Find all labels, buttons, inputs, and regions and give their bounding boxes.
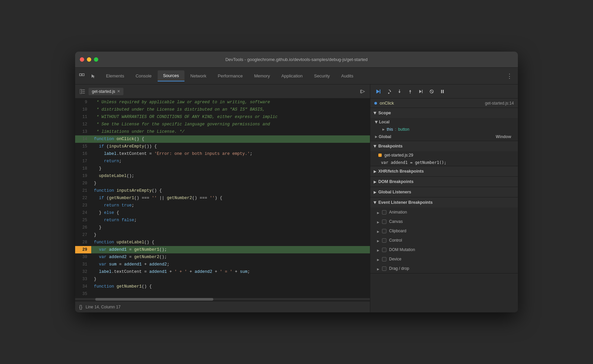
code-editor[interactable]: 9 * Unless required by applicable law or… (75, 99, 370, 301)
step-button[interactable] (417, 88, 425, 95)
line-content-33: } (91, 276, 370, 283)
event-control[interactable]: Control (370, 236, 518, 245)
line-content-15: if (inputsAreEmpty()) { (91, 143, 370, 150)
breakpoint-item[interactable]: get-started.js:29 (370, 151, 518, 159)
line-num-28: 28 (75, 239, 91, 246)
line-content-24: } else { (91, 209, 370, 217)
dom-breakpoints-header[interactable]: ▶ DOM Breakpoints (370, 177, 518, 187)
window-controls (80, 57, 98, 62)
pause-on-exception-button[interactable] (439, 88, 446, 95)
breakpoint-code: var addend1 = getNumber1(); (370, 159, 518, 166)
status-text: Line 14, Column 17 (86, 305, 120, 309)
call-stack-entry[interactable]: onClick get-started.js:14 (370, 99, 518, 108)
format-icon[interactable] (359, 87, 367, 96)
window-title: DevTools - googlechrome.github.io/devtoo… (225, 57, 368, 62)
xhr-breakpoints-section: ▶ XHR/fetch Breakpoints (370, 166, 518, 177)
file-tab-name: get-started.js (92, 89, 115, 94)
file-tab-close-icon[interactable]: ✕ (117, 89, 120, 94)
animation-expand-icon[interactable] (377, 209, 379, 215)
event-device[interactable]: Device (370, 254, 518, 264)
scope-section: ▶ Scope ▶ Local ▶ this : button ▶ Glob (370, 108, 518, 141)
event-listener-triangle: ▶ (373, 201, 377, 204)
tab-performance[interactable]: Performance (212, 71, 248, 81)
code-line-23: 23 return true; (75, 202, 370, 209)
line-content-10: * distributed under the License is distr… (91, 106, 370, 113)
svg-marker-17 (419, 90, 422, 93)
line-content-23: return true; (91, 202, 370, 209)
svg-point-12 (388, 93, 389, 94)
debugger-panel: onClick get-started.js:14 ▶ Scope ▶ Loca… (370, 84, 518, 312)
deactivate-breakpoints-button[interactable] (428, 88, 435, 95)
event-listener-breakpoints-label: Event Listener Breakpoints (378, 200, 433, 205)
minimize-button[interactable] (87, 57, 91, 62)
line-num-19: 19 (75, 172, 91, 180)
line-content-35 (91, 290, 370, 298)
event-drag-drop[interactable]: Drag / drop (370, 264, 518, 273)
scope-local-header[interactable]: ▶ Local (370, 118, 518, 126)
code-line-22: 22 if (getNumber1() === '' || getNumber2… (75, 194, 370, 202)
animation-checkbox[interactable] (382, 210, 386, 215)
code-line-19: 19 updateLabel(); (75, 172, 370, 180)
tab-security[interactable]: Security (309, 71, 335, 81)
clipboard-expand-icon[interactable] (377, 228, 379, 234)
line-content-11: * WITHOUT WARRANTIES OR CONDITIONS OF AN… (91, 113, 370, 121)
svg-rect-10 (380, 89, 380, 94)
tab-sources[interactable]: Sources (158, 70, 184, 81)
xhr-breakpoints-label: XHR/fetch Breakpoints (378, 169, 424, 174)
clipboard-checkbox[interactable] (382, 229, 386, 233)
close-button[interactable] (80, 57, 84, 62)
tab-console[interactable]: Console (130, 71, 157, 81)
format-code-icon[interactable]: {} (79, 304, 82, 310)
event-dom-mutation[interactable]: DOM Mutation (370, 245, 518, 254)
tab-audits[interactable]: Audits (336, 71, 359, 81)
this-expand-icon[interactable]: ▶ (382, 128, 385, 131)
step-into-button[interactable] (396, 88, 403, 95)
code-line-35: 35 (75, 290, 370, 298)
drag-drop-expand-icon[interactable] (377, 265, 379, 271)
xhr-breakpoints-header[interactable]: ▶ XHR/fetch Breakpoints (370, 166, 518, 176)
svg-marker-9 (376, 89, 380, 94)
drag-drop-checkbox[interactable] (382, 266, 386, 271)
tab-memory[interactable]: Memory (249, 71, 275, 81)
line-num-12: 12 (75, 121, 91, 128)
tab-network[interactable]: Network (185, 71, 212, 81)
step-out-button[interactable] (407, 88, 414, 95)
code-line-27: 27 } (75, 231, 370, 239)
more-tabs-icon[interactable]: ⋮ (503, 72, 516, 80)
scope-global-header[interactable]: ▶ Global Window (370, 133, 518, 141)
code-line-11: 11 * WITHOUT WARRANTIES OR CONDITIONS OF… (75, 113, 370, 121)
dom-mutation-checkbox[interactable] (382, 248, 386, 252)
line-num-21: 21 (75, 187, 91, 194)
event-clipboard[interactable]: Clipboard (370, 226, 518, 236)
code-line-30: 30 var addend2 = getNumber2(); (75, 253, 370, 261)
event-animation[interactable]: Animation (370, 207, 518, 217)
control-label: Control (389, 238, 402, 243)
canvas-checkbox[interactable] (382, 220, 386, 224)
dom-mutation-expand-icon[interactable] (377, 247, 379, 253)
scope-triangle: ▶ (373, 112, 377, 114)
line-content-29: var addend1 = getNumber1(); (91, 246, 370, 253)
resume-button[interactable] (374, 88, 382, 95)
xhr-triangle: ▶ (374, 170, 376, 173)
devtools-icon (77, 71, 87, 81)
file-tab-get-started[interactable]: get-started.js ✕ (89, 88, 123, 95)
breakpoints-header[interactable]: ▶ Breakpoints (370, 141, 518, 151)
line-num-11: 11 (75, 113, 91, 121)
canvas-expand-icon[interactable] (377, 219, 379, 225)
scope-header[interactable]: ▶ Scope (370, 108, 518, 118)
breakpoints-section: ▶ Breakpoints get-started.js:29 var adde… (370, 141, 518, 166)
event-canvas[interactable]: Canvas (370, 217, 518, 226)
global-listeners-header[interactable]: ▶ Global Listeners (370, 187, 518, 197)
toggle-sidebar-icon[interactable] (78, 87, 87, 96)
tab-application[interactable]: Application (276, 71, 308, 81)
device-checkbox[interactable] (382, 257, 386, 261)
tab-elements[interactable]: Elements (101, 71, 129, 81)
event-listener-breakpoints-header[interactable]: ▶ Event Listener Breakpoints (370, 197, 518, 207)
control-expand-icon[interactable] (377, 237, 379, 243)
maximize-button[interactable] (94, 57, 98, 62)
control-checkbox[interactable] (382, 238, 386, 243)
device-expand-icon[interactable] (377, 256, 379, 262)
step-over-button[interactable] (385, 88, 392, 95)
drag-drop-label: Drag / drop (389, 266, 409, 271)
cursor-icon[interactable] (89, 71, 98, 81)
